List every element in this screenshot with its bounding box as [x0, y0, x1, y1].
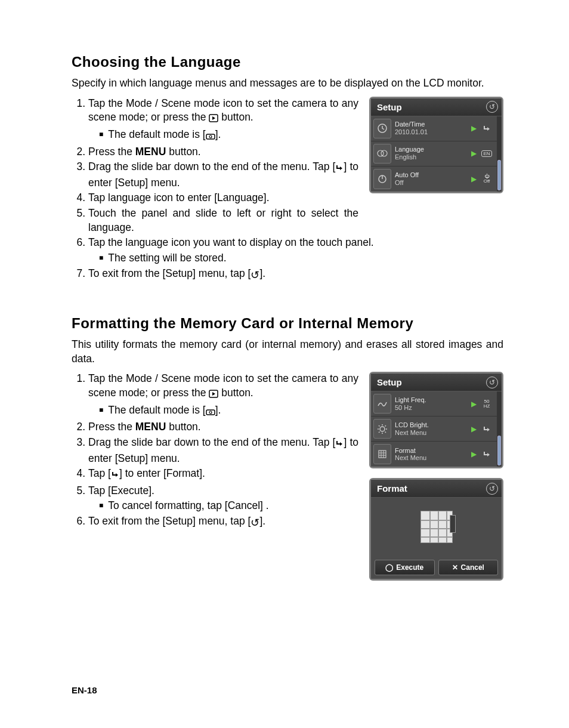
- svg-line-23: [385, 431, 386, 433]
- play-icon: [209, 388, 218, 402]
- panel2-title: Setup: [377, 377, 486, 387]
- s1-step-6: Tap the language icon you want to displa…: [88, 236, 503, 265]
- section1-steps-upper: Tap the Mode / Scene mode icon to set th…: [72, 97, 358, 235]
- chevron-right-icon: ▶: [469, 391, 478, 416]
- s2-step-5: Tap [Execute]. To cancel formatting, tap…: [88, 484, 358, 513]
- back-icon: ↺: [251, 516, 259, 530]
- svg-marker-15: [340, 442, 342, 446]
- chevron-right-icon: ▶: [469, 417, 478, 441]
- svg-point-7: [378, 150, 384, 156]
- chevron-right-icon: ▶: [469, 166, 478, 192]
- enter-arrow-icon: [335, 162, 344, 176]
- enter-icon: [478, 417, 496, 441]
- s2-step-1: Tap the Mode / Scene mode icon to set th…: [88, 372, 358, 419]
- row-light-freq[interactable]: Light Freq.50 Hz ▶ 50HZ: [371, 391, 497, 417]
- hz-badge: 50HZ: [478, 391, 496, 416]
- play-icon: [209, 112, 218, 127]
- wave-icon: [373, 394, 391, 414]
- s1-step-7: To exit from the [Setup] menu, tap [↺].: [88, 267, 503, 283]
- enter-arrow-icon: [111, 468, 119, 483]
- s1-step-4: Tap language icon to enter [Language].: [88, 191, 358, 205]
- en-badge: EN: [478, 141, 496, 166]
- cancel-button[interactable]: ✕Cancel: [438, 560, 499, 575]
- card-icon: [373, 444, 391, 464]
- svg-marker-6: [487, 127, 490, 131]
- scrollbar[interactable]: [497, 391, 502, 467]
- s2-step-6: To exit from the [Setup] menu, tap [↺].: [88, 514, 358, 530]
- chevron-right-icon: ▶: [469, 442, 478, 467]
- enter-icon: [478, 442, 496, 467]
- svg-marker-16: [116, 473, 118, 477]
- svg-point-17: [380, 427, 385, 431]
- scrollbar[interactable]: [497, 116, 502, 192]
- s1-step-1: Tap the Mode / Scene mode icon to set th…: [88, 97, 358, 144]
- chevron-right-icon: ▶: [469, 141, 478, 166]
- clock-icon: [373, 119, 391, 138]
- s2-step-5-sub: To cancel formatting, tap [Cancel] .: [99, 499, 358, 513]
- svg-rect-2: [206, 134, 215, 139]
- svg-point-3: [209, 135, 212, 138]
- svg-rect-13: [206, 410, 215, 415]
- svg-marker-32: [487, 453, 490, 456]
- svg-line-24: [379, 431, 380, 433]
- svg-marker-1: [212, 116, 215, 120]
- chevron-right-icon: ▶: [469, 116, 478, 141]
- svg-point-8: [381, 150, 387, 156]
- svg-line-25: [385, 425, 386, 427]
- row-lcd-bright[interactable]: LCD Bright.Next Menu ▶: [371, 417, 497, 442]
- circle-icon: ◯: [385, 563, 393, 572]
- close-icon: ✕: [452, 563, 458, 572]
- row-format[interactable]: FormatNext Menu ▶: [371, 442, 497, 467]
- panel3-title: Format: [377, 483, 486, 493]
- execute-button[interactable]: ◯Execute: [375, 560, 435, 575]
- power-off-icon: ⏻Off: [478, 166, 496, 192]
- camera-mode-icon: [206, 129, 215, 144]
- section2-heading: Formatting the Memory Card or Internal M…: [72, 315, 503, 332]
- page-number: EN-18: [72, 685, 97, 695]
- s1-step-5: Touch the panel and slide to left or rig…: [88, 206, 358, 235]
- memory-card-icon: [420, 511, 453, 543]
- back-icon[interactable]: ↺: [486, 377, 498, 388]
- section1-heading: Choosing the Language: [72, 54, 503, 70]
- s1-step-3: Drag the slide bar down to the end of th…: [88, 160, 358, 190]
- s2-step-4: Tap [] to enter [Format].: [88, 467, 358, 483]
- svg-marker-4: [340, 166, 342, 170]
- setup-panel-2: Setup ↺ Light Freq.50 Hz ▶ 50HZ: [369, 372, 503, 468]
- back-icon: ↺: [251, 269, 259, 283]
- section1-intro: Specify in which language menus and mess…: [72, 76, 503, 91]
- section2-steps: Tap the Mode / Scene mode icon to set th…: [72, 372, 358, 530]
- globe-icon: [373, 144, 391, 164]
- svg-marker-26: [487, 428, 490, 431]
- format-panel: Format ↺ ◯Execute ✕Cancel: [369, 478, 503, 581]
- back-icon[interactable]: ↺: [486, 483, 498, 495]
- section2-intro: This utility formats the memory card (or…: [72, 338, 503, 366]
- s2-step-3: Drag the slide bar down to the end of th…: [88, 436, 358, 465]
- svg-marker-12: [212, 392, 215, 396]
- s1-step-2: Press the MENU button.: [88, 145, 358, 159]
- svg-point-14: [209, 411, 212, 414]
- camera-mode-icon: [206, 405, 215, 419]
- section1-steps-lower: Tap the language icon you want to displa…: [72, 236, 503, 282]
- enter-icon: [478, 116, 496, 141]
- panel1-title: Setup: [377, 102, 486, 112]
- s1-step-6-sub: The setting will be stored.: [99, 251, 503, 266]
- s2-step-1-sub: The default mode is [].: [99, 403, 358, 419]
- svg-rect-27: [379, 451, 386, 458]
- s2-step-2: Press the MENU button.: [88, 420, 358, 434]
- back-icon[interactable]: ↺: [486, 101, 498, 113]
- enter-arrow-icon: [335, 437, 344, 452]
- row-language[interactable]: LanguageEnglish ▶ EN: [371, 141, 497, 166]
- row-auto-off[interactable]: Auto OffOff ▶ ⏻Off: [371, 166, 497, 192]
- power-icon: [373, 169, 391, 189]
- svg-line-22: [379, 425, 380, 427]
- s1-step-1-sub: The default mode is [].: [99, 128, 358, 144]
- setup-panel-1: Setup ↺ Date/Time2010.01.01 ▶ Langu: [369, 97, 503, 193]
- row-date-time[interactable]: Date/Time2010.01.01 ▶: [371, 116, 497, 141]
- brightness-icon: [373, 419, 391, 439]
